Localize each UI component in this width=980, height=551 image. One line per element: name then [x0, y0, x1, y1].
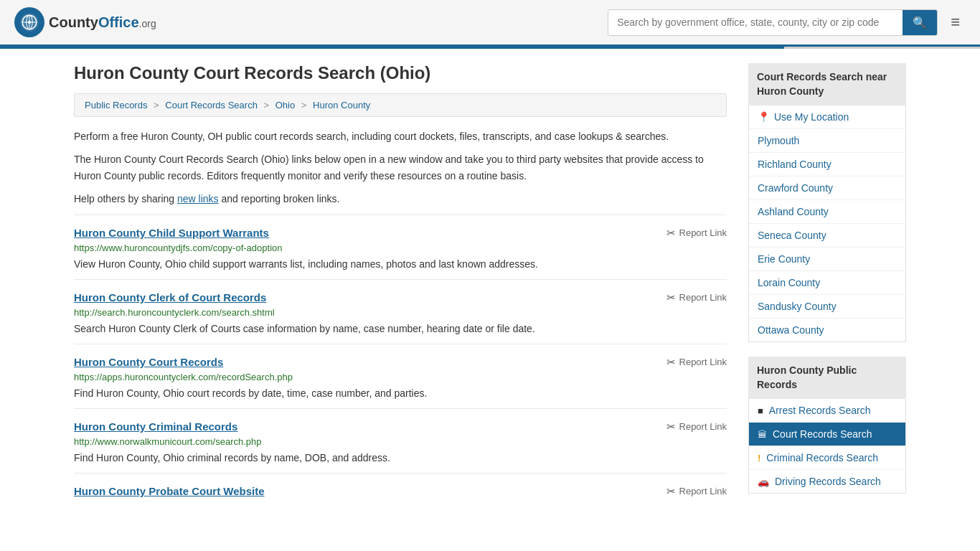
sidebar-item-plymouth: Plymouth [749, 129, 905, 153]
record-url: http://www.norwalkmunicourt.com/search.p… [74, 436, 727, 447]
report-link-button[interactable]: ✂ Report Link [666, 291, 727, 304]
description-para3: Help others by sharing new links and rep… [74, 191, 727, 207]
record-title-link[interactable]: Huron County Child Support Warrants [74, 227, 269, 239]
breadcrumb-sep-2: > [264, 100, 270, 110]
arrest-icon: ■ [758, 405, 763, 416]
content-area: Huron County Court Records Search (Ohio)… [74, 63, 727, 508]
sidebar-link-erie[interactable]: Erie County [758, 253, 810, 265]
breadcrumb-sep-1: > [154, 100, 159, 110]
report-link-button[interactable]: ✂ Report Link [666, 420, 727, 433]
sidebar-public-records-header: Huron County Public Records [748, 357, 906, 399]
report-icon: ✂ [666, 420, 676, 433]
sidebar-item-crawford: Crawford County [749, 176, 905, 200]
search-area: 🔍 ≡ [608, 9, 966, 36]
record-title-link[interactable]: Huron County Clerk of Court Records [74, 291, 266, 303]
record-description: Find Huron County, Ohio criminal records… [74, 451, 727, 466]
criminal-icon: ! [758, 453, 760, 463]
sidebar-public-records-section: Huron County Public Records ■ Arrest Rec… [748, 357, 906, 494]
sidebar-item-seneca: Seneca County [749, 224, 905, 248]
menu-button[interactable]: ≡ [945, 10, 966, 34]
sidebar-link-criminal[interactable]: Criminal Records Search [766, 452, 878, 463]
sidebar-nearby-section: Court Records Search near Huron County 📍… [748, 63, 906, 342]
sidebar-link-crawford[interactable]: Crawford County [758, 182, 833, 194]
logo-area: CountyOffice.org [14, 7, 156, 37]
record-description: View Huron County, Ohio child support wa… [74, 257, 727, 272]
report-link-button[interactable]: ✂ Report Link [666, 356, 727, 369]
sidebar-link-ottawa[interactable]: Ottawa County [758, 324, 824, 336]
record-header: Huron County Court Records ✂ Report Link [74, 356, 727, 369]
record-header: Huron County Clerk of Court Records ✂ Re… [74, 291, 727, 304]
breadcrumb-ohio[interactable]: Ohio [275, 100, 295, 110]
report-link-button[interactable]: ✂ Report Link [666, 227, 727, 240]
record-header: Huron County Probate Court Website ✂ Rep… [74, 485, 727, 498]
use-my-location-link[interactable]: Use My Location [774, 111, 849, 123]
sidebar-item-richland: Richland County [749, 153, 905, 176]
sidebar-public-records-items: ■ Arrest Records Search 🏛 Court Records … [748, 399, 906, 494]
sidebar-item-erie: Erie County [749, 248, 905, 271]
sidebar-item-arrest: ■ Arrest Records Search [749, 399, 905, 423]
record-entry: Huron County Probate Court Website ✂ Rep… [74, 473, 727, 508]
record-entry: Huron County Court Records ✂ Report Link… [74, 344, 727, 408]
sidebar-link-court[interactable]: Court Records Search [773, 428, 872, 440]
record-entry: Huron County Clerk of Court Records ✂ Re… [74, 279, 727, 344]
sidebar-link-sandusky[interactable]: Sandusky County [758, 301, 837, 312]
use-my-location-item: 📍 Use My Location [749, 105, 905, 129]
breadcrumb-court-records-search[interactable]: Court Records Search [165, 100, 258, 110]
driving-icon: 🚗 [758, 476, 769, 487]
hamburger-icon: ≡ [951, 13, 960, 31]
record-description: Search Huron County Clerk of Courts case… [74, 321, 727, 336]
sidebar-link-richland[interactable]: Richland County [758, 159, 831, 170]
sidebar-link-seneca[interactable]: Seneca County [758, 230, 826, 241]
records-list: Huron County Child Support Warrants ✂ Re… [74, 215, 727, 508]
sidebar-item-court: 🏛 Court Records Search [749, 423, 905, 446]
sidebar-link-arrest[interactable]: Arrest Records Search [769, 405, 871, 416]
report-icon: ✂ [666, 291, 676, 304]
search-input[interactable] [608, 10, 903, 35]
record-entry: Huron County Child Support Warrants ✂ Re… [74, 215, 727, 279]
breadcrumb-public-records[interactable]: Public Records [85, 100, 147, 110]
sidebar-item-lorain: Lorain County [749, 271, 905, 295]
breadcrumb-huron-county[interactable]: Huron County [313, 100, 370, 110]
site-header: CountyOffice.org 🔍 ≡ [0, 0, 980, 47]
sidebar-link-lorain[interactable]: Lorain County [758, 277, 820, 288]
report-icon: ✂ [666, 356, 676, 369]
record-description: Find Huron County, Ohio court records by… [74, 386, 727, 401]
report-icon: ✂ [666, 485, 676, 498]
sidebar-item-ottawa: Ottawa County [749, 319, 905, 342]
main-container: Huron County Court Records Search (Ohio)… [60, 49, 920, 522]
sidebar-link-driving[interactable]: Driving Records Search [775, 476, 881, 487]
breadcrumb-sep-3: > [301, 100, 307, 110]
sidebar-item-driving: 🚗 Driving Records Search [749, 470, 905, 493]
svg-point-5 [28, 21, 31, 24]
logo-icon [14, 7, 44, 37]
sidebar-item-sandusky: Sandusky County [749, 295, 905, 319]
record-entry: Huron County Criminal Records ✂ Report L… [74, 408, 727, 473]
record-title-link[interactable]: Huron County Criminal Records [74, 420, 237, 433]
record-title-link[interactable]: Huron County Court Records [74, 356, 223, 368]
sidebar-link-ashland[interactable]: Ashland County [758, 206, 829, 217]
sidebar: Court Records Search near Huron County 📍… [748, 63, 906, 508]
court-icon: 🏛 [758, 429, 767, 440]
description-para2: The Huron County Court Records Search (O… [74, 151, 727, 184]
report-link-button[interactable]: ✂ Report Link [666, 485, 727, 498]
report-icon: ✂ [666, 227, 676, 240]
pin-icon: 📍 [758, 111, 770, 123]
sidebar-nearby-items: 📍 Use My Location Plymouth Richland Coun… [748, 105, 906, 342]
record-url: https://apps.huroncountyclerk.com/record… [74, 372, 727, 382]
sidebar-nearby-header: Court Records Search near Huron County [748, 63, 906, 105]
sidebar-item-ashland: Ashland County [749, 200, 905, 224]
new-links-link[interactable]: new links [177, 193, 219, 204]
sidebar-link-plymouth[interactable]: Plymouth [758, 135, 799, 146]
search-button[interactable]: 🔍 [903, 10, 937, 35]
record-url: http://search.huroncountyclerk.com/searc… [74, 307, 727, 318]
page-title: Huron County Court Records Search (Ohio) [74, 63, 727, 83]
record-header: Huron County Criminal Records ✂ Report L… [74, 420, 727, 433]
breadcrumb: Public Records > Court Records Search > … [74, 93, 727, 117]
search-icon: 🔍 [913, 17, 927, 29]
sidebar-item-criminal: ! Criminal Records Search [749, 446, 905, 470]
record-title-link[interactable]: Huron County Probate Court Website [74, 485, 265, 497]
search-box: 🔍 [608, 9, 938, 36]
description-para1: Perform a free Huron County, OH public c… [74, 128, 727, 144]
record-url: https://www.huroncountydjfs.com/copy-of-… [74, 242, 727, 253]
logo-text: CountyOffice.org [49, 14, 156, 31]
